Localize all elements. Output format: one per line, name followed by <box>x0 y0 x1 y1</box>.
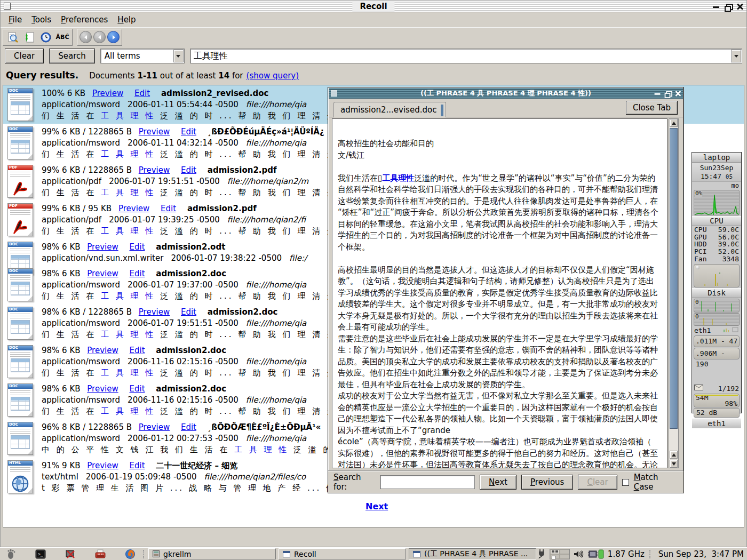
task-recoll[interactable]: Recoll <box>279 548 406 559</box>
menu-preferences[interactable]: Preferences <box>56 13 113 26</box>
net-tx-panel: .906M - 190 <box>694 348 740 359</box>
firefox-icon[interactable] <box>125 549 136 559</box>
menubar: File Tools Preferences Help <box>1 12 746 27</box>
preview-link[interactable]: Preview <box>87 346 118 355</box>
preview-link[interactable]: Preview <box>87 269 118 278</box>
find-previous-button[interactable]: Previous <box>521 475 573 490</box>
disk-header: Disk <box>692 288 741 298</box>
menu-tools[interactable]: Tools <box>27 13 56 26</box>
preview-minimize-icon[interactable] <box>655 91 661 97</box>
window-title: Recoll <box>352 1 394 12</box>
edit-link[interactable]: Edit <box>130 269 145 278</box>
nav-first-button[interactable] <box>80 31 92 43</box>
scroll-up-icon[interactable] <box>670 119 678 127</box>
edit-link[interactable]: Edit <box>130 242 145 252</box>
spellcheck-button[interactable]: ÅBĈ <box>55 30 70 44</box>
workspace-1[interactable] <box>550 549 560 554</box>
edit-link[interactable]: Edit <box>134 89 150 98</box>
taskbar-clock: Sun Sep 23, 3:47 PM <box>658 549 744 559</box>
show-query-link[interactable]: (show query) <box>247 71 299 81</box>
edit-link[interactable]: Edit <box>181 307 196 317</box>
close-icon[interactable] <box>736 3 743 10</box>
preview-link[interactable]: Preview <box>139 307 170 317</box>
cpu-freq-icon[interactable] <box>588 549 604 559</box>
lock-screen-icon[interactable] <box>65 549 76 559</box>
edit-link[interactable]: Edit <box>130 346 145 355</box>
volume-icon[interactable] <box>574 550 584 558</box>
workspace-pager[interactable] <box>550 549 570 559</box>
gkrellm-window: laptop Sun23Sep 15:47 05 mo 0% CPU CPU59… <box>692 152 742 413</box>
result-meta: 96% 8 KB / 1228865 B <box>42 422 132 432</box>
close-tab-button[interactable]: Close Tab <box>626 101 678 115</box>
result-meta: 100% 6 KB <box>42 89 85 98</box>
preview-link[interactable]: Preview <box>139 127 170 137</box>
edit-link[interactable]: Edit <box>181 422 196 432</box>
terminal-icon[interactable]: >_ <box>35 549 46 559</box>
chevron-down-icon[interactable] <box>173 50 184 62</box>
workspace-3[interactable] <box>550 554 560 559</box>
scroll-up2-icon[interactable] <box>670 451 678 459</box>
power-plug-icon[interactable] <box>537 549 546 559</box>
preview-link[interactable]: Preview <box>87 461 118 470</box>
doc-update-icon <box>23 31 36 44</box>
typewriter-icon[interactable] <box>95 549 106 559</box>
preview-document-text[interactable]: 高校招生的社会功能和目的 文/钱江 我们生活在▯工具理性泛滥的时代。作为“世之显… <box>332 118 667 468</box>
preview-titlebar[interactable]: ((工 PHRASE 4 具 PHRASE 4 理 PHRASE 4 性)) <box>329 88 683 99</box>
doc-paragraph: 成功的校友对于公立大学当然有益无害，但不像对私立大学那么至关重要。但是选入未来社… <box>338 390 661 436</box>
system-tray: 1.87 GHz Sun Sep 23, 3:47 PM <box>537 549 747 559</box>
search-button[interactable]: Search <box>49 49 95 63</box>
query-input[interactable] <box>190 51 731 61</box>
search-mode-select[interactable]: All terms <box>100 49 185 63</box>
fan-row: Fan3348 <box>692 255 741 263</box>
preview-link[interactable]: Preview <box>87 384 118 394</box>
query-config-button[interactable] <box>5 30 20 44</box>
window-menu-icon[interactable] <box>4 3 11 10</box>
clear-button[interactable]: Clear <box>5 49 44 63</box>
preview-window-menu-icon[interactable] <box>331 90 337 97</box>
find-clear-button[interactable]: Clear <box>578 475 617 490</box>
nav-forward-button[interactable] <box>107 31 120 43</box>
match-case-checkbox[interactable] <box>622 479 629 486</box>
edit-link[interactable]: Edit <box>130 384 145 394</box>
edit-link[interactable]: Edit <box>181 127 196 137</box>
query-history-chevron-icon[interactable] <box>731 50 741 62</box>
maximize-icon[interactable] <box>725 3 732 10</box>
task-gkrellm[interactable]: gkrellm <box>148 548 276 559</box>
file-type-icon: DOC <box>5 125 35 161</box>
scroll-down-icon[interactable] <box>670 460 678 468</box>
preview-link[interactable]: Preview <box>139 422 170 432</box>
update-index-button[interactable] <box>22 30 37 44</box>
preview-link[interactable]: Preview <box>87 242 118 252</box>
edit-link[interactable]: Edit <box>161 204 176 213</box>
preview-scrollbar[interactable] <box>669 118 679 468</box>
menu-help[interactable]: Help <box>113 13 140 26</box>
preview-maximize-icon[interactable] <box>665 91 671 97</box>
preview-link[interactable]: Preview <box>118 204 149 213</box>
workspace-4[interactable] <box>560 554 569 559</box>
mail-row: 1/192 <box>692 385 741 393</box>
svg-text:>_: >_ <box>38 552 43 557</box>
result-meta: 98% 6 KB <box>42 384 81 394</box>
result-filename: admission2_revised.doc <box>161 89 269 98</box>
workspace-2[interactable] <box>560 549 569 554</box>
edit-link[interactable]: Edit <box>181 165 196 175</box>
result-meta: 99% 6 KB / 1228865 B <box>42 127 132 137</box>
find-input[interactable] <box>380 475 475 489</box>
preview-tab[interactable]: admission2...evised.doc <box>333 102 446 117</box>
edit-link[interactable]: Edit <box>130 461 145 470</box>
next-page-link[interactable]: Next <box>365 501 388 511</box>
preview-link[interactable]: Preview <box>139 165 170 175</box>
scrollbar-thumb[interactable] <box>670 128 678 429</box>
preview-close-icon[interactable] <box>675 91 681 97</box>
file-type-icon: DOC <box>5 87 35 122</box>
task-preview-window[interactable]: ((工 PHRASE 4 具 PHRASE ... <box>409 548 536 559</box>
find-next-button[interactable]: Next <box>480 475 516 490</box>
nav-back-button[interactable] <box>93 31 106 43</box>
menu-file[interactable]: File <box>4 13 27 26</box>
history-button[interactable] <box>38 30 53 44</box>
preview-link[interactable]: Preview <box>92 89 123 98</box>
recoll-titlebar[interactable]: Recoll <box>1 1 746 12</box>
gnome-menu-icon[interactable] <box>5 549 16 559</box>
minimize-icon[interactable] <box>713 3 720 10</box>
volume-row[interactable]: 52 dB <box>694 408 740 418</box>
